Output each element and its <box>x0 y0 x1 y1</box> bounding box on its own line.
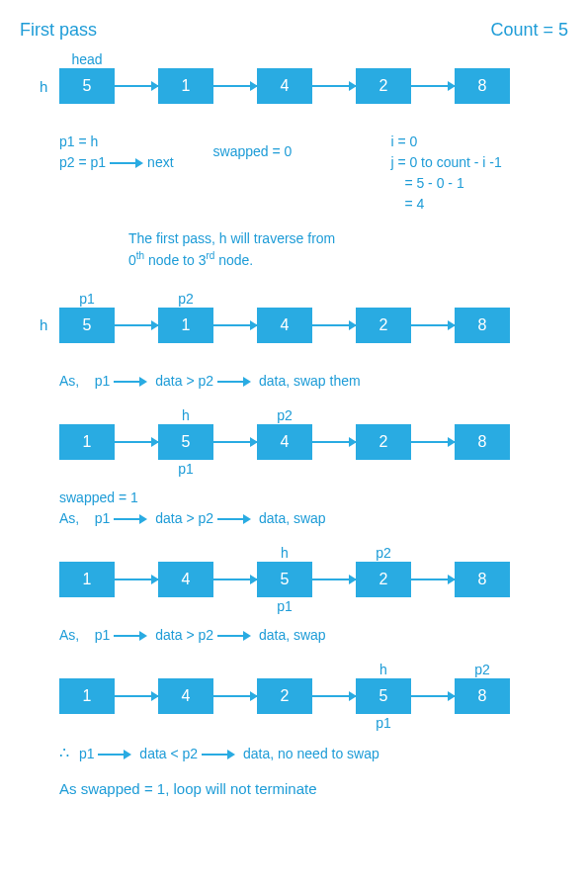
node: 1 <box>59 562 115 597</box>
j-calc: = 5 - 0 - 1 <box>404 173 501 194</box>
arrow-icon <box>115 441 158 443</box>
node: 5 <box>158 424 213 460</box>
arrow-icon <box>202 750 235 759</box>
node: 8 <box>455 68 510 104</box>
arrow-icon <box>217 377 251 387</box>
node: 1 <box>59 424 115 460</box>
node: 4 <box>158 678 213 714</box>
p2-init: p2 = p1next <box>59 152 174 173</box>
arrow-icon <box>217 514 251 524</box>
linked-list-state-4: 1 4 2 h5p1 p28 <box>40 661 568 732</box>
p1-init: p1 = h <box>59 132 174 152</box>
compare-2: As, p1 data > p2 data, swap <box>59 508 568 529</box>
node: 5 <box>59 68 115 104</box>
node: 2 <box>356 562 411 597</box>
compare-1: As, p1 data > p2 data, swap them <box>59 371 568 392</box>
init-block: p1 = h p2 = p1next swapped = 0 i = 0 j =… <box>59 132 568 215</box>
title: First pass <box>20 20 97 41</box>
arrow-icon <box>115 578 158 580</box>
node: 1 <box>59 678 115 714</box>
compare-4: ∴ p1 data < p2 data, no need to swap <box>59 742 568 765</box>
arrow-icon <box>114 514 147 524</box>
arrow-icon <box>213 441 257 443</box>
arrow-icon <box>411 324 455 326</box>
arrow-icon <box>213 85 257 87</box>
h-label: h <box>40 316 59 333</box>
node: 4 <box>257 308 312 343</box>
linked-list-state-3: 1 4 h5p1 p22 8 <box>40 544 568 615</box>
node: 8 <box>455 424 510 460</box>
j-result: = 4 <box>404 194 501 215</box>
compare-3: As, p1 data > p2 data, swap <box>59 625 568 646</box>
node: 8 <box>455 678 510 714</box>
node: 4 <box>158 562 213 597</box>
node: 8 <box>455 308 510 343</box>
arrow-icon <box>312 85 356 87</box>
arrow-icon <box>115 85 158 87</box>
arrow-icon <box>411 85 455 87</box>
node: 5 <box>257 562 312 597</box>
linked-list-state-2: 1 h5p1 p24 2 8 <box>40 406 568 478</box>
node: 4 <box>257 424 312 460</box>
arrow-icon <box>411 441 455 443</box>
node: 8 <box>455 562 510 597</box>
node: 1 <box>158 308 213 343</box>
arrow-icon <box>312 324 356 326</box>
node: 2 <box>356 308 411 343</box>
arrow-icon <box>114 377 147 387</box>
i-init: i = 0 <box>390 132 501 152</box>
arrow-icon <box>213 324 257 326</box>
arrow-icon <box>312 695 356 697</box>
arrow-icon <box>115 695 158 697</box>
swapped-1-block: swapped = 1 As, p1 data > p2 data, swap <box>59 488 568 529</box>
arrow-icon <box>411 695 455 697</box>
swapped-1: swapped = 1 <box>59 488 568 508</box>
pass-description: The first pass, h will traverse from 0th… <box>128 229 568 270</box>
arrow-icon <box>217 631 251 641</box>
arrow-icon <box>98 750 131 759</box>
node: 2 <box>356 68 411 104</box>
header: First pass Count = 5 <box>20 20 568 41</box>
node: 4 <box>257 68 312 104</box>
j-formula: j = 0 to count - i -1 <box>390 152 501 173</box>
arrow-icon <box>114 631 147 641</box>
node: 1 <box>158 68 213 104</box>
node: 5 <box>59 308 115 343</box>
linked-list-state-1: h p15 p21 4 2 8 <box>40 290 568 361</box>
node: 2 <box>356 424 411 460</box>
count: Count = 5 <box>490 20 568 41</box>
arrow-icon <box>312 441 356 443</box>
node: 5 <box>356 678 411 714</box>
h-label: h <box>40 78 59 95</box>
arrow-icon <box>110 158 143 168</box>
arrow-icon <box>213 695 257 697</box>
arrow-icon <box>411 578 455 580</box>
therefore-icon: ∴ <box>59 745 69 761</box>
arrow-icon <box>115 324 158 326</box>
arrow-icon <box>213 578 257 580</box>
swapped-init: swapped = 0 <box>213 141 293 162</box>
linked-list-state-0: h head5 1 4 2 8 <box>40 50 568 122</box>
arrow-icon <box>312 578 356 580</box>
final-note: As swapped = 1, loop will not terminate <box>59 780 568 797</box>
node: 2 <box>257 678 312 714</box>
